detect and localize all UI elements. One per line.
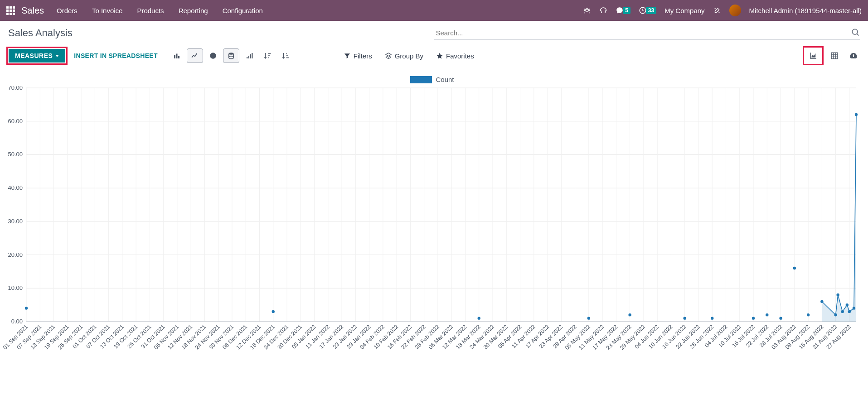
activities-icon[interactable]: 33 xyxy=(639,6,656,14)
caret-down-icon xyxy=(55,55,59,57)
svg-point-5 xyxy=(229,53,234,55)
legend-label: Count xyxy=(436,76,454,83)
svg-point-152 xyxy=(478,317,480,319)
star-icon xyxy=(436,52,443,59)
breadcrumb-row: Sales Analysis xyxy=(0,21,868,44)
control-panel: MEASURES INSERT IN SPREADSHEET Filters G… xyxy=(0,44,868,70)
svg-point-157 xyxy=(752,317,755,319)
phone-icon[interactable] xyxy=(599,6,607,14)
svg-rect-2 xyxy=(174,55,175,59)
svg-point-160 xyxy=(793,267,796,269)
favorites-label: Favorites xyxy=(446,52,474,60)
sort-desc-button[interactable] xyxy=(259,48,276,63)
svg-point-154 xyxy=(628,313,631,316)
top-nav: Sales Orders To Invoice Products Reporti… xyxy=(0,0,868,21)
user-menu[interactable]: Mitchell Admin (18919544-master-all) xyxy=(749,7,862,14)
search-input[interactable] xyxy=(434,26,851,39)
menu-configuration[interactable]: Configuration xyxy=(223,7,263,14)
line-chart-button[interactable] xyxy=(187,48,203,63)
svg-text:0.00: 0.00 xyxy=(11,318,23,325)
svg-point-165 xyxy=(841,310,844,313)
dashboard-view-button[interactable] xyxy=(845,48,862,63)
chart: Count 0.0010.0020.0030.0040.0050.0060.00… xyxy=(0,70,868,371)
chart-legend: Count xyxy=(1,74,863,86)
main-menu: Orders To Invoice Products Reporting Con… xyxy=(57,7,263,14)
menu-products[interactable]: Products xyxy=(137,7,164,14)
highlight-measures: MEASURES xyxy=(6,47,68,65)
search-options: Filters Group By Favorites xyxy=(344,52,474,60)
groupby-button[interactable]: Group By xyxy=(385,52,423,60)
svg-text:60.00: 60.00 xyxy=(8,118,23,125)
avatar[interactable] xyxy=(729,5,741,16)
view-switcher xyxy=(803,46,862,65)
svg-text:30.00: 30.00 xyxy=(8,218,23,225)
tools-icon[interactable] xyxy=(713,6,721,14)
svg-rect-9 xyxy=(252,53,252,58)
svg-text:10.00: 10.00 xyxy=(8,284,23,291)
svg-text:50.00: 50.00 xyxy=(8,151,23,158)
svg-text:20.00: 20.00 xyxy=(8,251,23,258)
menu-to-invoice[interactable]: To Invoice xyxy=(92,7,123,14)
filters-button[interactable]: Filters xyxy=(344,52,372,60)
svg-point-158 xyxy=(766,313,768,316)
svg-point-169 xyxy=(855,113,858,116)
svg-rect-10 xyxy=(831,53,838,59)
svg-text:70.00: 70.00 xyxy=(8,86,23,91)
svg-point-1 xyxy=(852,29,858,34)
svg-rect-7 xyxy=(248,56,249,58)
pivot-view-button[interactable] xyxy=(826,48,843,63)
svg-point-167 xyxy=(848,310,851,313)
insert-in-spreadsheet-button[interactable]: INSERT IN SPREADSHEET xyxy=(74,52,157,59)
legend-swatch xyxy=(410,76,432,83)
svg-point-164 xyxy=(836,294,839,296)
svg-text:40.00: 40.00 xyxy=(8,184,23,191)
systray: 5 33 My Company Mitchell Admin (18919544… xyxy=(583,5,862,16)
search-icon[interactable] xyxy=(851,28,860,38)
svg-point-153 xyxy=(587,317,590,319)
svg-point-168 xyxy=(853,307,855,309)
svg-point-151 xyxy=(272,310,275,313)
svg-point-156 xyxy=(711,317,713,319)
sort-asc-button[interactable] xyxy=(241,48,257,63)
search xyxy=(434,26,860,40)
svg-rect-6 xyxy=(247,57,247,58)
chart-type-switcher xyxy=(169,48,294,63)
apps-icon[interactable] xyxy=(6,6,15,15)
messaging-icon[interactable]: 5 xyxy=(616,6,630,14)
bar-chart-button[interactable] xyxy=(169,48,185,63)
menu-orders[interactable]: Orders xyxy=(57,7,78,14)
svg-rect-3 xyxy=(176,54,177,59)
svg-point-161 xyxy=(807,313,810,316)
company-switcher[interactable]: My Company xyxy=(664,7,704,14)
svg-point-155 xyxy=(683,317,686,319)
svg-point-162 xyxy=(820,300,823,303)
svg-point-150 xyxy=(25,307,28,309)
filters-label: Filters xyxy=(354,52,372,60)
app-name[interactable]: Sales xyxy=(21,5,44,16)
sort-asc2-button[interactable] xyxy=(277,48,294,63)
filter-icon xyxy=(344,52,351,59)
svg-rect-8 xyxy=(250,54,251,58)
stack-chart-button[interactable] xyxy=(223,48,239,63)
messaging-badge: 5 xyxy=(623,7,630,14)
svg-point-163 xyxy=(834,313,837,316)
highlight-graph-view xyxy=(803,46,824,65)
graph-view-button[interactable] xyxy=(805,48,821,63)
activities-badge: 33 xyxy=(646,7,656,14)
bug-icon[interactable] xyxy=(583,6,591,14)
measures-button[interactable]: MEASURES xyxy=(9,49,65,63)
layers-icon xyxy=(385,52,392,59)
chart-plot: 0.0010.0020.0030.0040.0050.0060.0070.000… xyxy=(1,86,860,367)
svg-rect-4 xyxy=(178,56,179,58)
page-title: Sales Analysis xyxy=(8,27,73,39)
svg-point-159 xyxy=(779,317,782,319)
measures-label: MEASURES xyxy=(15,52,53,59)
svg-point-166 xyxy=(846,303,849,306)
menu-reporting[interactable]: Reporting xyxy=(179,7,208,14)
groupby-label: Group By xyxy=(395,52,423,60)
favorites-button[interactable]: Favorites xyxy=(436,52,474,60)
pie-chart-button[interactable] xyxy=(205,48,221,63)
